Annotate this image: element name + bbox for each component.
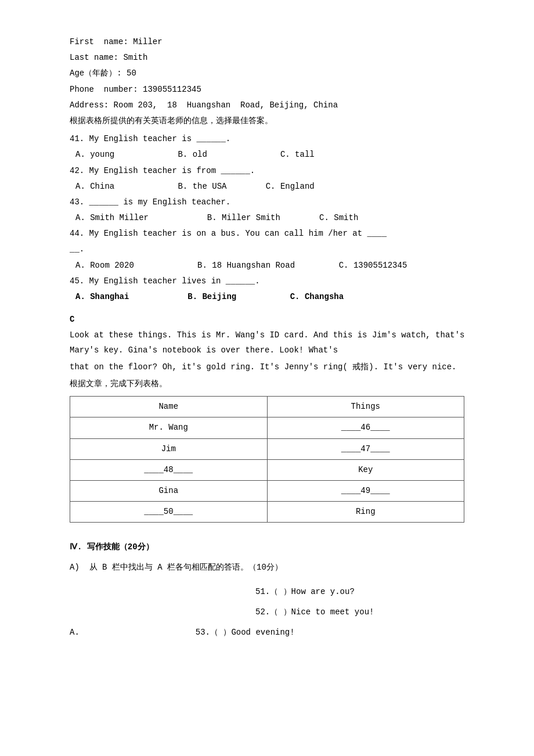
instruction-1: 根据表格所提供的有关英语老师的信息，选择最佳答案。	[70, 114, 476, 128]
q42-text: 42. My English teacher is from ______.	[70, 164, 476, 178]
info-section: First name: Miller Last name: Smith Age（…	[70, 35, 476, 128]
section-c-table: Name Things Mr. Wang ____46____ Jim ____…	[70, 396, 464, 523]
table-row: Gina ____49____	[70, 480, 464, 501]
section-c-para1: Look at these things. This is Mr. Wang's…	[70, 328, 476, 357]
q44-text2: __.	[70, 242, 476, 257]
q41-b: B. old	[178, 150, 207, 159]
label-a: A.	[70, 625, 80, 640]
q52-line: 52.（ ）Nice to meet you!	[255, 605, 476, 620]
section-c: C Look at these things. This is Mr. Wang…	[70, 312, 476, 523]
q53-text: 53.（ ）Good evening!	[196, 625, 295, 640]
q45-b: B. Beijing	[187, 292, 236, 301]
table-cell-things-5: Ring	[267, 502, 464, 523]
table-cell-name-4: Gina	[70, 480, 268, 501]
q44-b: B. 18 Huangshan Road	[197, 261, 295, 270]
table-row: Mr. Wang ____46____	[70, 417, 464, 438]
q42-choices: A. China B. the USA C. England	[75, 179, 476, 194]
section-c-para2: that on the floor? Oh, it's gold ring. I…	[70, 360, 476, 375]
q45-c: C. Changsha	[290, 292, 344, 301]
section-iv: Ⅳ. 写作技能（20分） A) 从 B 栏中找出与 A 栏各句相匹配的答语。（1…	[70, 540, 476, 640]
age-line: Age（年龄）: 50	[70, 66, 476, 81]
q43-choices: A. Smith Miller B. Miller Smith C. Smith	[75, 211, 476, 225]
table-cell-name-5: ____50____	[70, 502, 268, 523]
q51-line: 51.（ ）How are y.ou?	[255, 585, 476, 599]
table-cell-things-4: ____49____	[267, 480, 464, 501]
q41-c: C. tall	[280, 150, 315, 159]
table-cell-name-3: ____48____	[70, 459, 268, 480]
q43-b: B. Miller Smith	[207, 213, 280, 222]
q43-c: C. Smith	[319, 213, 358, 222]
address-line: Address: Room 203, 18 Huangshan Road, Be…	[70, 98, 476, 113]
phone-line: Phone number: 139055112345	[70, 82, 476, 97]
table-cell-name-2: Jim	[70, 438, 268, 459]
section-c-header: C	[70, 312, 476, 327]
first-name-line: First name: Miller	[70, 35, 476, 49]
q44-c: C. 13905512345	[339, 261, 407, 270]
sub-a-header: A) 从 B 栏中找出与 A 栏各句相匹配的答语。（10分）	[70, 560, 476, 575]
table-row: ____48____ Key	[70, 459, 464, 480]
q41-text: 41. My English teacher is ______.	[70, 132, 476, 146]
questions-section: 41. My English teacher is ______. A. you…	[70, 132, 476, 304]
table-cell-name-1: Mr. Wang	[70, 417, 268, 438]
q44-text: 44. My English teacher is on a bus. You …	[70, 226, 476, 241]
q41-a: A. young	[75, 150, 114, 159]
q45-a: A. Shanghai	[75, 292, 129, 301]
section-c-instruction: 根据文章，完成下列表格。	[70, 377, 476, 391]
q51-text: 51.（ ）How are y.ou?	[255, 587, 355, 596]
q52-text: 52.（ ）Nice to meet you!	[255, 607, 374, 617]
q42-c: C. England	[266, 182, 315, 191]
q53-line: A. 53.（ ）Good evening!	[70, 625, 476, 640]
q42-b: B. the USA	[178, 182, 226, 191]
last-name-line: Last name: Smith	[70, 51, 476, 65]
table-cell-things-1: ____46____	[267, 417, 464, 438]
table-row: Jim ____47____	[70, 438, 464, 459]
q42-a: A. China	[75, 182, 114, 191]
q45-choices: A. Shanghai B. Beijing C. Changsha	[75, 290, 476, 304]
section-iv-header: Ⅳ. 写作技能（20分）	[70, 540, 476, 555]
table-cell-things-3: Key	[267, 459, 464, 480]
table-header-name: Name	[70, 397, 268, 417]
table-row: ____50____ Ring	[70, 502, 464, 523]
q44-choices: A. Room 2020 B. 18 Huangshan Road C. 139…	[75, 258, 476, 273]
q41-choices: A. young B. old C. tall	[75, 147, 476, 162]
table-cell-things-2: ____47____	[267, 438, 464, 459]
q43-text: 43. ______ is my English teacher.	[70, 195, 476, 210]
section-iv-sub-a: A) 从 B 栏中找出与 A 栏各句相匹配的答语。（10分） 51.（ ）How…	[70, 560, 476, 640]
q45-text: 45. My English teacher lives in ______.	[70, 274, 476, 289]
q43-a: A. Smith Miller	[75, 213, 149, 222]
q44-a: A. Room 2020	[75, 261, 134, 270]
table-header-things: Things	[267, 397, 464, 417]
